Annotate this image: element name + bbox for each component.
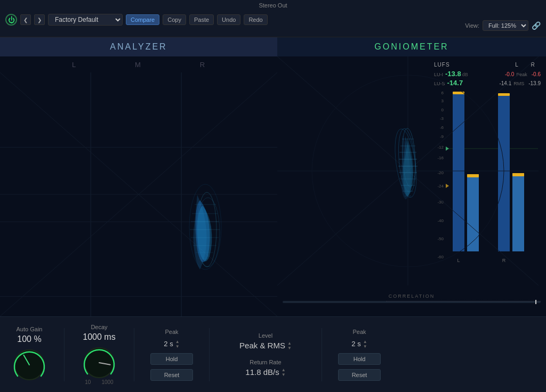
gonio-visualization xyxy=(277,56,539,285)
undo-button[interactable]: Undo xyxy=(217,14,240,25)
auto-gain-group: Auto Gain 100 % xyxy=(11,326,48,383)
decay-knob-container xyxy=(81,344,118,381)
hold-button-left[interactable]: Hold xyxy=(150,353,193,365)
peak-stepper-left[interactable]: 2 s ▲ ▼ xyxy=(164,339,179,349)
divider-3 xyxy=(209,328,210,381)
view-label: View: xyxy=(465,22,479,29)
peak-label-left: Peak xyxy=(165,329,178,335)
preset-select[interactable]: Factory Default xyxy=(48,14,123,26)
auto-gain-knob[interactable] xyxy=(11,346,48,383)
analyzer-crosshairs xyxy=(0,72,277,316)
decay-group: Decay 1000 ms 10 1000 xyxy=(81,324,118,385)
label-l: L xyxy=(72,61,76,69)
peak-value-left: 2 s xyxy=(164,340,173,348)
link-icon[interactable]: 🔗 xyxy=(532,21,541,30)
compare-button[interactable]: Compare xyxy=(126,14,159,25)
level-group: Level Peak & RMS ▲ ▼ xyxy=(239,332,292,350)
return-rate-arrows[interactable]: ▲ ▼ xyxy=(282,368,286,377)
main-content: L M R xyxy=(0,56,546,316)
top-bar: Stereo Out ⏻ ❮ ❯ Factory Default Compare… xyxy=(0,0,546,37)
label-r: R xyxy=(200,61,205,69)
level-label: Level xyxy=(259,332,272,339)
redo-button[interactable]: Redo xyxy=(244,14,267,25)
peak-section-right: Peak 2 s ▲ ▼ Hold Reset xyxy=(338,329,381,381)
controls-row: ⏻ ❮ ❯ Factory Default Compare Copy Paste… xyxy=(0,12,546,28)
view-select[interactable]: Full: 125% xyxy=(483,20,528,31)
peak-arrows-right[interactable]: ▲ ▼ xyxy=(363,339,367,349)
correlation-area: CORRELATION xyxy=(283,293,541,303)
power-button[interactable]: ⏻ xyxy=(5,14,17,26)
stereo-out-label: Stereo Out xyxy=(259,2,287,9)
analyzer-panel: L M R xyxy=(0,56,277,316)
auto-gain-label: Auto Gain xyxy=(17,326,43,332)
decay-label: Decay xyxy=(91,324,107,330)
peak-label-right: Peak xyxy=(352,329,366,335)
auto-gain-knob-container xyxy=(11,346,48,383)
prev-button[interactable]: ❮ xyxy=(20,14,31,25)
peak-section-left: Peak 2 s ▲ ▼ Hold Reset xyxy=(150,329,193,381)
correlation-label: CORRELATION xyxy=(283,293,541,299)
label-m: M xyxy=(135,61,141,69)
correlation-bar xyxy=(283,301,541,303)
level-section: Level Peak & RMS ▲ ▼ Return Rate 11.8 dB… xyxy=(226,332,306,377)
hold-button-right[interactable]: Hold xyxy=(338,353,381,365)
auto-gain-value: 100 % xyxy=(17,334,41,344)
analyzer-header: ANALYZER xyxy=(0,37,277,56)
return-rate-stepper[interactable]: 11.8 dB/s ▲ ▼ xyxy=(245,368,285,377)
goniometer-header: GONIOMETER xyxy=(277,37,546,56)
reset-button-left[interactable]: Reset xyxy=(150,369,193,381)
divider-4 xyxy=(322,328,322,381)
peak-stepper-right[interactable]: 2 s ▲ ▼ xyxy=(351,339,367,349)
return-rate-label: Return Rate xyxy=(250,359,281,365)
decay-knob[interactable] xyxy=(81,344,118,381)
peak-value-right: 2 s xyxy=(351,340,360,348)
level-value: Peak & RMS xyxy=(239,341,285,350)
return-rate-value: 11.8 dB/s xyxy=(245,368,279,377)
goniometer-panel: LUFS L R LU-I -13.8 dB -0.0 Peak -0.6 LU… xyxy=(277,56,546,316)
reset-button-right[interactable]: Reset xyxy=(338,369,381,381)
peak-arrows-left[interactable]: ▲ ▼ xyxy=(175,339,180,349)
correlation-dotted xyxy=(386,301,541,303)
paste-button[interactable]: Paste xyxy=(189,14,214,25)
next-button[interactable]: ❯ xyxy=(34,14,45,25)
section-headers: ANALYZER GONIOMETER xyxy=(0,37,546,56)
divider-2 xyxy=(134,328,134,381)
analyzer-labels: L M R xyxy=(0,56,277,73)
level-stepper[interactable]: Peak & RMS ▲ ▼ xyxy=(239,341,292,350)
decay-value: 1000 ms xyxy=(83,332,115,342)
bottom-bar: Auto Gain 100 % Decay 1000 ms 10 1000 xyxy=(0,316,546,392)
return-rate-group: Return Rate 11.8 dB/s ▲ ▼ xyxy=(245,359,285,377)
level-arrows[interactable]: ▲ ▼ xyxy=(287,341,292,350)
copy-button[interactable]: Copy xyxy=(163,14,186,25)
title-row: Stereo Out xyxy=(0,0,546,12)
divider-1 xyxy=(64,328,65,381)
correlation-indicator xyxy=(535,300,536,304)
view-section: View: Full: 125% 🔗 xyxy=(465,20,541,31)
